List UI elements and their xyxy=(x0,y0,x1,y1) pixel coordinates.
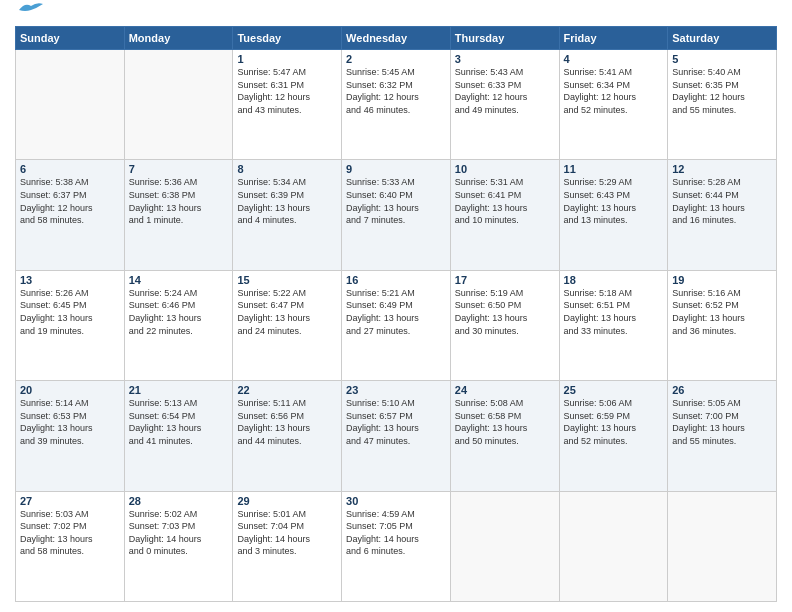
day-of-week-header: Saturday xyxy=(668,27,777,50)
calendar-cell: 20Sunrise: 5:14 AMSunset: 6:53 PMDayligh… xyxy=(16,381,125,491)
day-info: Sunrise: 5:22 AMSunset: 6:47 PMDaylight:… xyxy=(237,287,337,337)
day-number: 29 xyxy=(237,495,337,507)
calendar-cell: 25Sunrise: 5:06 AMSunset: 6:59 PMDayligh… xyxy=(559,381,668,491)
day-number: 21 xyxy=(129,384,229,396)
day-number: 14 xyxy=(129,274,229,286)
day-info: Sunrise: 5:40 AMSunset: 6:35 PMDaylight:… xyxy=(672,66,772,116)
day-info: Sunrise: 5:13 AMSunset: 6:54 PMDaylight:… xyxy=(129,397,229,447)
calendar-cell: 10Sunrise: 5:31 AMSunset: 6:41 PMDayligh… xyxy=(450,160,559,270)
calendar-cell: 15Sunrise: 5:22 AMSunset: 6:47 PMDayligh… xyxy=(233,270,342,380)
day-number: 13 xyxy=(20,274,120,286)
day-info: Sunrise: 5:18 AMSunset: 6:51 PMDaylight:… xyxy=(564,287,664,337)
day-number: 8 xyxy=(237,163,337,175)
day-number: 18 xyxy=(564,274,664,286)
calendar-table: SundayMondayTuesdayWednesdayThursdayFrid… xyxy=(15,26,777,602)
day-number: 26 xyxy=(672,384,772,396)
day-info: Sunrise: 5:34 AMSunset: 6:39 PMDaylight:… xyxy=(237,176,337,226)
day-number: 6 xyxy=(20,163,120,175)
calendar-week-row: 6Sunrise: 5:38 AMSunset: 6:37 PMDaylight… xyxy=(16,160,777,270)
day-number: 20 xyxy=(20,384,120,396)
calendar-cell: 14Sunrise: 5:24 AMSunset: 6:46 PMDayligh… xyxy=(124,270,233,380)
calendar-week-row: 13Sunrise: 5:26 AMSunset: 6:45 PMDayligh… xyxy=(16,270,777,380)
calendar-cell xyxy=(124,50,233,160)
calendar-cell: 28Sunrise: 5:02 AMSunset: 7:03 PMDayligh… xyxy=(124,491,233,601)
day-info: Sunrise: 5:16 AMSunset: 6:52 PMDaylight:… xyxy=(672,287,772,337)
day-number: 12 xyxy=(672,163,772,175)
calendar-cell: 13Sunrise: 5:26 AMSunset: 6:45 PMDayligh… xyxy=(16,270,125,380)
calendar-cell: 17Sunrise: 5:19 AMSunset: 6:50 PMDayligh… xyxy=(450,270,559,380)
day-number: 24 xyxy=(455,384,555,396)
calendar-cell: 9Sunrise: 5:33 AMSunset: 6:40 PMDaylight… xyxy=(342,160,451,270)
day-info: Sunrise: 4:59 AMSunset: 7:05 PMDaylight:… xyxy=(346,508,446,558)
day-info: Sunrise: 5:02 AMSunset: 7:03 PMDaylight:… xyxy=(129,508,229,558)
day-info: Sunrise: 5:01 AMSunset: 7:04 PMDaylight:… xyxy=(237,508,337,558)
calendar-cell: 24Sunrise: 5:08 AMSunset: 6:58 PMDayligh… xyxy=(450,381,559,491)
calendar-cell xyxy=(559,491,668,601)
logo xyxy=(15,10,45,18)
page: SundayMondayTuesdayWednesdayThursdayFrid… xyxy=(0,0,792,612)
calendar-week-row: 1Sunrise: 5:47 AMSunset: 6:31 PMDaylight… xyxy=(16,50,777,160)
day-number: 4 xyxy=(564,53,664,65)
calendar-cell: 3Sunrise: 5:43 AMSunset: 6:33 PMDaylight… xyxy=(450,50,559,160)
day-info: Sunrise: 5:14 AMSunset: 6:53 PMDaylight:… xyxy=(20,397,120,447)
day-info: Sunrise: 5:29 AMSunset: 6:43 PMDaylight:… xyxy=(564,176,664,226)
calendar-cell: 6Sunrise: 5:38 AMSunset: 6:37 PMDaylight… xyxy=(16,160,125,270)
day-info: Sunrise: 5:43 AMSunset: 6:33 PMDaylight:… xyxy=(455,66,555,116)
calendar-cell: 7Sunrise: 5:36 AMSunset: 6:38 PMDaylight… xyxy=(124,160,233,270)
day-number: 25 xyxy=(564,384,664,396)
calendar-cell: 30Sunrise: 4:59 AMSunset: 7:05 PMDayligh… xyxy=(342,491,451,601)
calendar-cell xyxy=(16,50,125,160)
day-number: 28 xyxy=(129,495,229,507)
calendar-cell: 21Sunrise: 5:13 AMSunset: 6:54 PMDayligh… xyxy=(124,381,233,491)
day-info: Sunrise: 5:10 AMSunset: 6:57 PMDaylight:… xyxy=(346,397,446,447)
day-info: Sunrise: 5:05 AMSunset: 7:00 PMDaylight:… xyxy=(672,397,772,447)
day-number: 11 xyxy=(564,163,664,175)
day-info: Sunrise: 5:19 AMSunset: 6:50 PMDaylight:… xyxy=(455,287,555,337)
calendar-cell: 8Sunrise: 5:34 AMSunset: 6:39 PMDaylight… xyxy=(233,160,342,270)
calendar-cell: 23Sunrise: 5:10 AMSunset: 6:57 PMDayligh… xyxy=(342,381,451,491)
day-info: Sunrise: 5:45 AMSunset: 6:32 PMDaylight:… xyxy=(346,66,446,116)
logo-bird-icon xyxy=(17,2,45,18)
day-number: 7 xyxy=(129,163,229,175)
day-number: 15 xyxy=(237,274,337,286)
day-of-week-header: Monday xyxy=(124,27,233,50)
day-of-week-header: Thursday xyxy=(450,27,559,50)
day-info: Sunrise: 5:24 AMSunset: 6:46 PMDaylight:… xyxy=(129,287,229,337)
calendar-cell: 2Sunrise: 5:45 AMSunset: 6:32 PMDaylight… xyxy=(342,50,451,160)
calendar-cell xyxy=(668,491,777,601)
day-of-week-header: Sunday xyxy=(16,27,125,50)
day-of-week-header: Tuesday xyxy=(233,27,342,50)
calendar-week-row: 20Sunrise: 5:14 AMSunset: 6:53 PMDayligh… xyxy=(16,381,777,491)
calendar-cell: 18Sunrise: 5:18 AMSunset: 6:51 PMDayligh… xyxy=(559,270,668,380)
day-number: 30 xyxy=(346,495,446,507)
day-number: 1 xyxy=(237,53,337,65)
calendar-cell: 19Sunrise: 5:16 AMSunset: 6:52 PMDayligh… xyxy=(668,270,777,380)
calendar-cell: 22Sunrise: 5:11 AMSunset: 6:56 PMDayligh… xyxy=(233,381,342,491)
day-info: Sunrise: 5:41 AMSunset: 6:34 PMDaylight:… xyxy=(564,66,664,116)
calendar-cell: 29Sunrise: 5:01 AMSunset: 7:04 PMDayligh… xyxy=(233,491,342,601)
day-number: 19 xyxy=(672,274,772,286)
day-info: Sunrise: 5:21 AMSunset: 6:49 PMDaylight:… xyxy=(346,287,446,337)
day-info: Sunrise: 5:26 AMSunset: 6:45 PMDaylight:… xyxy=(20,287,120,337)
day-info: Sunrise: 5:36 AMSunset: 6:38 PMDaylight:… xyxy=(129,176,229,226)
day-number: 22 xyxy=(237,384,337,396)
day-number: 16 xyxy=(346,274,446,286)
calendar-cell: 5Sunrise: 5:40 AMSunset: 6:35 PMDaylight… xyxy=(668,50,777,160)
calendar-cell: 11Sunrise: 5:29 AMSunset: 6:43 PMDayligh… xyxy=(559,160,668,270)
day-number: 10 xyxy=(455,163,555,175)
day-info: Sunrise: 5:08 AMSunset: 6:58 PMDaylight:… xyxy=(455,397,555,447)
calendar-cell xyxy=(450,491,559,601)
day-info: Sunrise: 5:11 AMSunset: 6:56 PMDaylight:… xyxy=(237,397,337,447)
day-number: 2 xyxy=(346,53,446,65)
calendar-week-row: 27Sunrise: 5:03 AMSunset: 7:02 PMDayligh… xyxy=(16,491,777,601)
day-info: Sunrise: 5:31 AMSunset: 6:41 PMDaylight:… xyxy=(455,176,555,226)
day-of-week-header: Friday xyxy=(559,27,668,50)
calendar-cell: 26Sunrise: 5:05 AMSunset: 7:00 PMDayligh… xyxy=(668,381,777,491)
header xyxy=(15,10,777,18)
day-info: Sunrise: 5:47 AMSunset: 6:31 PMDaylight:… xyxy=(237,66,337,116)
day-info: Sunrise: 5:28 AMSunset: 6:44 PMDaylight:… xyxy=(672,176,772,226)
day-info: Sunrise: 5:06 AMSunset: 6:59 PMDaylight:… xyxy=(564,397,664,447)
day-number: 9 xyxy=(346,163,446,175)
calendar-cell: 1Sunrise: 5:47 AMSunset: 6:31 PMDaylight… xyxy=(233,50,342,160)
day-info: Sunrise: 5:03 AMSunset: 7:02 PMDaylight:… xyxy=(20,508,120,558)
